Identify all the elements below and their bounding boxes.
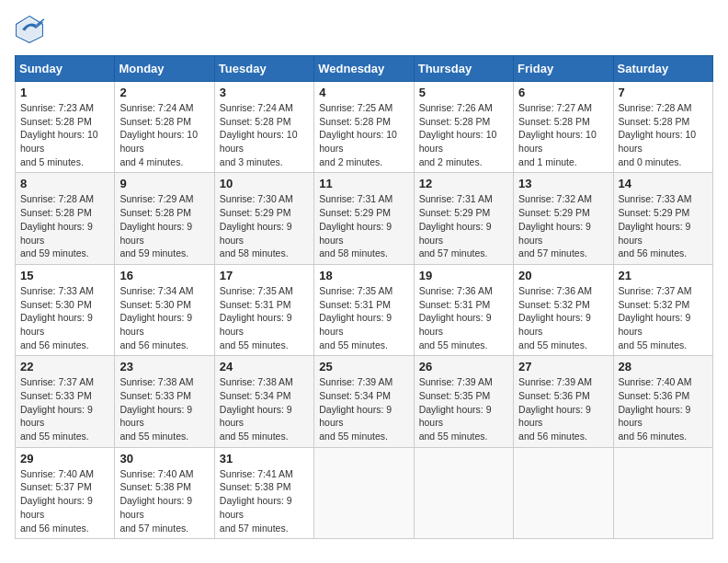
day-of-week-header: Thursday xyxy=(414,56,513,82)
day-number: 31 xyxy=(220,452,309,465)
calendar-week-row: 1Sunrise: 7:23 AMSunset: 5:28 PMDaylight… xyxy=(16,82,713,173)
day-info: Sunrise: 7:30 AMSunset: 5:29 PMDaylight … xyxy=(220,192,309,259)
calendar-week-row: 15Sunrise: 7:33 AMSunset: 5:30 PMDayligh… xyxy=(16,264,713,355)
day-number: 21 xyxy=(619,269,708,282)
day-number: 7 xyxy=(619,86,708,99)
day-of-week-header: Sunday xyxy=(16,56,115,82)
calendar-day-cell xyxy=(514,447,613,538)
calendar-day-cell: 11Sunrise: 7:31 AMSunset: 5:29 PMDayligh… xyxy=(314,173,414,264)
calendar-day-cell: 6Sunrise: 7:27 AMSunset: 5:28 PMDaylight… xyxy=(514,82,613,173)
calendar-week-row: 29Sunrise: 7:40 AMSunset: 5:37 PMDayligh… xyxy=(16,447,713,538)
day-number: 19 xyxy=(419,269,508,282)
day-info: Sunrise: 7:25 AMSunset: 5:28 PMDaylight … xyxy=(319,101,408,168)
day-info: Sunrise: 7:41 AMSunset: 5:38 PMDaylight … xyxy=(220,467,309,534)
day-number: 30 xyxy=(119,452,209,465)
day-info: Sunrise: 7:39 AMSunset: 5:36 PMDaylight … xyxy=(518,375,608,442)
calendar-day-cell: 7Sunrise: 7:28 AMSunset: 5:28 PMDaylight… xyxy=(613,82,712,173)
day-of-week-header: Tuesday xyxy=(214,56,313,82)
calendar-day-cell: 18Sunrise: 7:35 AMSunset: 5:31 PMDayligh… xyxy=(314,264,414,355)
day-number: 13 xyxy=(518,177,608,190)
day-number: 11 xyxy=(319,177,408,190)
day-info: Sunrise: 7:39 AMSunset: 5:34 PMDaylight … xyxy=(319,375,408,442)
calendar-day-cell: 14Sunrise: 7:33 AMSunset: 5:29 PMDayligh… xyxy=(613,173,712,264)
calendar-day-cell: 17Sunrise: 7:35 AMSunset: 5:31 PMDayligh… xyxy=(214,264,313,355)
day-info: Sunrise: 7:38 AMSunset: 5:33 PMDaylight … xyxy=(119,375,209,442)
day-number: 6 xyxy=(518,86,608,99)
day-number: 8 xyxy=(20,177,109,190)
day-number: 22 xyxy=(20,360,109,373)
logo-icon xyxy=(15,15,44,44)
calendar-day-cell: 4Sunrise: 7:25 AMSunset: 5:28 PMDaylight… xyxy=(314,82,414,173)
day-info: Sunrise: 7:32 AMSunset: 5:29 PMDaylight … xyxy=(518,192,608,259)
day-info: Sunrise: 7:27 AMSunset: 5:28 PMDaylight … xyxy=(518,101,608,168)
calendar-day-cell xyxy=(613,447,712,538)
day-number: 17 xyxy=(220,269,309,282)
calendar-day-cell xyxy=(414,447,513,538)
day-number: 25 xyxy=(319,360,408,373)
calendar-day-cell: 3Sunrise: 7:24 AMSunset: 5:28 PMDaylight… xyxy=(214,82,313,173)
calendar-header-row: SundayMondayTuesdayWednesdayThursdayFrid… xyxy=(16,56,713,82)
calendar-day-cell: 29Sunrise: 7:40 AMSunset: 5:37 PMDayligh… xyxy=(16,447,115,538)
day-number: 29 xyxy=(20,452,109,465)
day-number: 20 xyxy=(518,269,608,282)
calendar-day-cell: 26Sunrise: 7:39 AMSunset: 5:35 PMDayligh… xyxy=(414,356,513,447)
day-number: 28 xyxy=(619,360,708,373)
day-info: Sunrise: 7:24 AMSunset: 5:28 PMDaylight … xyxy=(119,101,209,168)
day-number: 16 xyxy=(119,269,209,282)
calendar-day-cell: 22Sunrise: 7:37 AMSunset: 5:33 PMDayligh… xyxy=(16,356,115,447)
day-number: 10 xyxy=(220,177,309,190)
calendar-day-cell: 16Sunrise: 7:34 AMSunset: 5:30 PMDayligh… xyxy=(115,264,214,355)
day-info: Sunrise: 7:28 AMSunset: 5:28 PMDaylight … xyxy=(20,192,109,259)
day-number: 9 xyxy=(119,177,209,190)
calendar-day-cell: 20Sunrise: 7:36 AMSunset: 5:32 PMDayligh… xyxy=(514,264,613,355)
day-of-week-header: Saturday xyxy=(613,56,712,82)
calendar-table: SundayMondayTuesdayWednesdayThursdayFrid… xyxy=(15,55,713,539)
day-number: 26 xyxy=(419,360,508,373)
calendar-day-cell: 23Sunrise: 7:38 AMSunset: 5:33 PMDayligh… xyxy=(115,356,214,447)
calendar-day-cell: 9Sunrise: 7:29 AMSunset: 5:28 PMDaylight… xyxy=(115,173,214,264)
day-info: Sunrise: 7:26 AMSunset: 5:28 PMDaylight … xyxy=(419,101,508,168)
day-info: Sunrise: 7:34 AMSunset: 5:30 PMDaylight … xyxy=(119,284,209,351)
day-info: Sunrise: 7:36 AMSunset: 5:31 PMDaylight … xyxy=(419,284,508,351)
day-info: Sunrise: 7:31 AMSunset: 5:29 PMDaylight … xyxy=(419,192,508,259)
day-info: Sunrise: 7:37 AMSunset: 5:33 PMDaylight … xyxy=(20,375,109,442)
day-info: Sunrise: 7:33 AMSunset: 5:29 PMDaylight … xyxy=(619,192,708,259)
day-info: Sunrise: 7:29 AMSunset: 5:28 PMDaylight … xyxy=(119,192,209,259)
day-of-week-header: Friday xyxy=(514,56,613,82)
day-number: 3 xyxy=(220,86,309,99)
day-number: 18 xyxy=(319,269,408,282)
day-number: 5 xyxy=(419,86,508,99)
logo xyxy=(15,15,48,44)
day-number: 1 xyxy=(20,86,109,99)
calendar-day-cell: 13Sunrise: 7:32 AMSunset: 5:29 PMDayligh… xyxy=(514,173,613,264)
calendar-day-cell: 5Sunrise: 7:26 AMSunset: 5:28 PMDaylight… xyxy=(414,82,513,173)
day-info: Sunrise: 7:40 AMSunset: 5:38 PMDaylight … xyxy=(119,467,209,534)
day-info: Sunrise: 7:28 AMSunset: 5:28 PMDaylight … xyxy=(619,101,708,168)
day-info: Sunrise: 7:38 AMSunset: 5:34 PMDaylight … xyxy=(220,375,309,442)
calendar-day-cell: 30Sunrise: 7:40 AMSunset: 5:38 PMDayligh… xyxy=(115,447,214,538)
calendar-day-cell: 21Sunrise: 7:37 AMSunset: 5:32 PMDayligh… xyxy=(613,264,712,355)
day-number: 4 xyxy=(319,86,408,99)
day-info: Sunrise: 7:36 AMSunset: 5:32 PMDaylight … xyxy=(518,284,608,351)
calendar-day-cell: 10Sunrise: 7:30 AMSunset: 5:29 PMDayligh… xyxy=(214,173,313,264)
day-info: Sunrise: 7:23 AMSunset: 5:28 PMDaylight … xyxy=(20,101,109,168)
day-number: 14 xyxy=(619,177,708,190)
calendar-day-cell: 31Sunrise: 7:41 AMSunset: 5:38 PMDayligh… xyxy=(214,447,313,538)
calendar-day-cell: 19Sunrise: 7:36 AMSunset: 5:31 PMDayligh… xyxy=(414,264,513,355)
calendar-day-cell: 24Sunrise: 7:38 AMSunset: 5:34 PMDayligh… xyxy=(214,356,313,447)
day-info: Sunrise: 7:35 AMSunset: 5:31 PMDaylight … xyxy=(220,284,309,351)
day-info: Sunrise: 7:31 AMSunset: 5:29 PMDaylight … xyxy=(319,192,408,259)
calendar-day-cell: 15Sunrise: 7:33 AMSunset: 5:30 PMDayligh… xyxy=(16,264,115,355)
calendar-day-cell xyxy=(314,447,414,538)
day-number: 27 xyxy=(518,360,608,373)
calendar-week-row: 8Sunrise: 7:28 AMSunset: 5:28 PMDaylight… xyxy=(16,173,713,264)
page-header xyxy=(15,15,713,44)
day-info: Sunrise: 7:35 AMSunset: 5:31 PMDaylight … xyxy=(319,284,408,351)
calendar-day-cell: 12Sunrise: 7:31 AMSunset: 5:29 PMDayligh… xyxy=(414,173,513,264)
day-number: 12 xyxy=(419,177,508,190)
day-number: 2 xyxy=(119,86,209,99)
calendar-week-row: 22Sunrise: 7:37 AMSunset: 5:33 PMDayligh… xyxy=(16,356,713,447)
calendar-day-cell: 1Sunrise: 7:23 AMSunset: 5:28 PMDaylight… xyxy=(16,82,115,173)
calendar-day-cell: 2Sunrise: 7:24 AMSunset: 5:28 PMDaylight… xyxy=(115,82,214,173)
day-info: Sunrise: 7:24 AMSunset: 5:28 PMDaylight … xyxy=(220,101,309,168)
